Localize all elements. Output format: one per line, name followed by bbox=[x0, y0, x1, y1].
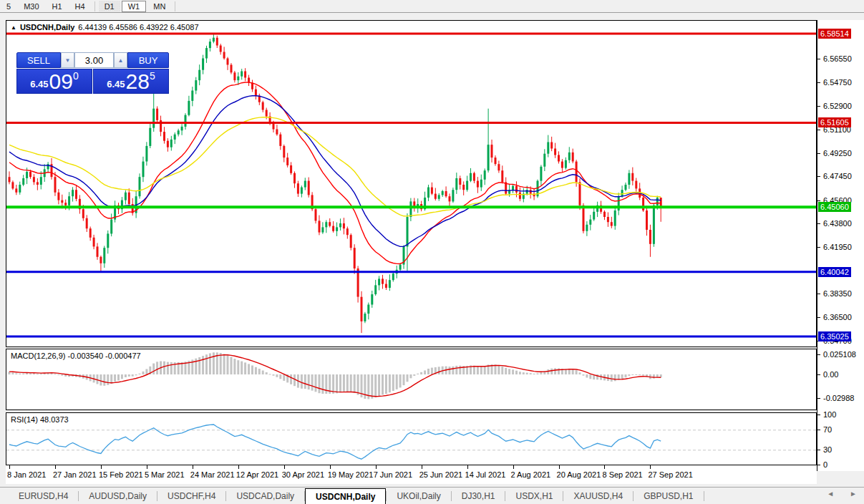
date-label: 27 Sep 2021 bbox=[648, 470, 692, 479]
tab-scroll-right-button[interactable]: ► bbox=[850, 490, 857, 498]
chart-tab-usdcad[interactable]: USDCAD,Daily bbox=[226, 488, 304, 504]
timeframe-toolbar: 5M30H1H4D1W1MN bbox=[0, 0, 864, 13]
timeframe-button-mn[interactable]: MN bbox=[147, 1, 171, 12]
axis-tick-mark bbox=[817, 59, 820, 59]
price-level-badge: 6.40042 bbox=[818, 267, 851, 277]
axis-tick-mark bbox=[817, 223, 820, 224]
price-tick-label: 6.54750 bbox=[823, 78, 852, 87]
collapse-triangle-icon[interactable]: ▲ bbox=[11, 24, 16, 31]
chart-tab-xauusd[interactable]: XAUUSD,H4 bbox=[563, 488, 633, 504]
price-tick-label: 6.38350 bbox=[823, 289, 852, 298]
buy-price-big: 28 bbox=[126, 72, 150, 92]
price-tick-label: 6.47450 bbox=[823, 172, 852, 180]
sell-price-small: 6.45 bbox=[30, 79, 48, 89]
date-tick-mark bbox=[9, 465, 10, 469]
chart-tab-usdx[interactable]: USDX,H1 bbox=[505, 488, 563, 504]
axis-tick-mark bbox=[817, 247, 820, 248]
volume-decrease-button[interactable]: ▼ bbox=[61, 52, 74, 68]
date-label: 19 May 2021 bbox=[328, 470, 374, 479]
chart-tab-dj30[interactable]: DJ30,H1 bbox=[452, 488, 505, 504]
tab-scrollers: ◄ ► bbox=[827, 490, 857, 498]
chart-tab-ukoil[interactable]: UKOil,Daily bbox=[387, 488, 450, 504]
timeframe-button-5[interactable]: 5 bbox=[1, 1, 16, 12]
one-click-trade-widget: SELL ▼ 3.00 ▲ BUY 6.45 09 0 6.45 28 5 bbox=[16, 52, 169, 94]
date-tick-mark bbox=[284, 465, 285, 469]
date-tick-mark bbox=[330, 465, 331, 469]
chart-tab-usdcnh[interactable]: USDCNH,Daily bbox=[305, 488, 386, 504]
price-tick-label: 6.56550 bbox=[823, 54, 852, 63]
macd-tick-label: 0.00 bbox=[823, 370, 838, 379]
date-label: 2 Aug 2021 bbox=[511, 470, 551, 479]
date-axis: 8 Jan 202127 Jan 202115 Feb 20215 Mar 20… bbox=[6, 465, 817, 484]
date-tick-mark bbox=[55, 465, 56, 469]
axis-tick-mark bbox=[817, 430, 820, 430]
buy-price-sup: 5 bbox=[150, 70, 155, 82]
volume-input[interactable]: 3.00 bbox=[74, 52, 114, 68]
macd-indicator-panel: MACD(12,26,9) -0.003540 -0.000477 bbox=[6, 349, 817, 410]
price-tick-label: 6.43800 bbox=[823, 219, 852, 228]
chart-tab-eurusd[interactable]: EURUSD,H4 bbox=[9, 488, 78, 504]
chart-tab-gbpusd[interactable]: GBPUSD,H1 bbox=[634, 488, 703, 504]
chart-symbol-label: USDCNH,Daily bbox=[20, 23, 74, 32]
toolbar-separator bbox=[94, 1, 95, 11]
timeframe-button-d1[interactable]: D1 bbox=[99, 1, 120, 12]
date-tick-mark bbox=[604, 465, 605, 469]
date-label: 12 Apr 2021 bbox=[236, 470, 278, 479]
axis-tick-mark bbox=[817, 398, 820, 399]
price-chart-panel[interactable]: ▲ USDCNH,Daily 6.44139 6.45586 6.43922 6… bbox=[6, 20, 817, 347]
sell-price[interactable]: 6.45 09 0 bbox=[16, 69, 92, 94]
rsi-tick-label: 30 bbox=[823, 445, 832, 454]
price-axis: 6.565506.547506.529006.511006.492506.474… bbox=[817, 20, 864, 471]
date-label: 8 Jan 2021 bbox=[7, 470, 46, 479]
axis-tick-mark bbox=[817, 130, 820, 130]
timeframe-button-h4[interactable]: H4 bbox=[69, 1, 91, 12]
buy-button[interactable]: BUY bbox=[127, 52, 169, 68]
macd-tick-label: -0.02988 bbox=[823, 394, 854, 402]
toolbar-separator bbox=[175, 1, 175, 11]
axis-tick-mark bbox=[817, 450, 820, 450]
date-label: 27 Jan 2021 bbox=[53, 470, 97, 479]
buy-price-small: 6.45 bbox=[107, 79, 125, 89]
chart-tab-bar: EURUSD,H4AUDUSD,DailyUSDCHF,H4USDCAD,Dai… bbox=[0, 487, 864, 504]
chart-tab-audusd[interactable]: AUDUSD,Daily bbox=[79, 488, 157, 504]
date-tick-mark bbox=[101, 465, 102, 469]
tab-separator bbox=[704, 491, 704, 501]
price-level-badge: 6.45060 bbox=[818, 202, 851, 212]
timeframe-button-w1[interactable]: W1 bbox=[122, 1, 147, 12]
date-label: 25 Jun 2021 bbox=[419, 470, 463, 479]
sell-button[interactable]: SELL bbox=[16, 52, 61, 68]
axis-tick-mark bbox=[817, 317, 820, 318]
chart-ohlc-values: 6.44139 6.45586 6.43922 6.45087 bbox=[78, 23, 198, 32]
buy-price[interactable]: 6.45 28 5 bbox=[93, 69, 169, 94]
price-tick-label: 6.41950 bbox=[823, 243, 852, 251]
axis-tick-mark bbox=[817, 153, 820, 154]
timeframe-button-h1[interactable]: H1 bbox=[47, 1, 68, 12]
date-label: 24 Mar 2021 bbox=[190, 470, 235, 479]
macd-label: MACD(12,26,9) -0.003540 -0.000477 bbox=[11, 352, 141, 360]
date-label: 7 Jun 2021 bbox=[374, 470, 412, 479]
date-label: 5 Mar 2021 bbox=[145, 470, 185, 479]
date-tick-mark bbox=[147, 465, 147, 469]
date-label: 20 Aug 2021 bbox=[557, 470, 601, 479]
chart-tab-usdchf[interactable]: USDCHF,H4 bbox=[157, 488, 225, 504]
axis-tick-mark bbox=[817, 294, 820, 294]
date-tick-mark bbox=[513, 465, 514, 469]
date-label: 15 Feb 2021 bbox=[99, 470, 143, 479]
volume-increase-button[interactable]: ▲ bbox=[114, 52, 127, 68]
timeframe-button-m30[interactable]: M30 bbox=[18, 1, 44, 12]
tab-scroll-left-button[interactable]: ◄ bbox=[827, 490, 834, 498]
rsi-tick-label: 70 bbox=[823, 425, 832, 434]
chart-title: ▲ USDCNH,Daily 6.44139 6.45586 6.43922 6… bbox=[11, 23, 199, 32]
price-level-badge: 6.58514 bbox=[818, 29, 851, 39]
axis-tick-mark bbox=[817, 200, 820, 201]
rsi-tick-label: 0 bbox=[823, 460, 827, 469]
axis-tick-mark bbox=[817, 465, 820, 465]
date-tick-mark bbox=[559, 465, 560, 469]
rsi-indicator-panel: RSI(14) 48.0373 bbox=[6, 412, 817, 465]
sell-price-sup: 0 bbox=[73, 70, 79, 82]
date-label: 30 Apr 2021 bbox=[282, 470, 324, 479]
axis-tick-mark bbox=[817, 106, 820, 107]
price-tick-label: 6.36500 bbox=[823, 313, 852, 321]
date-tick-mark bbox=[422, 465, 422, 469]
date-tick-mark bbox=[238, 465, 239, 469]
